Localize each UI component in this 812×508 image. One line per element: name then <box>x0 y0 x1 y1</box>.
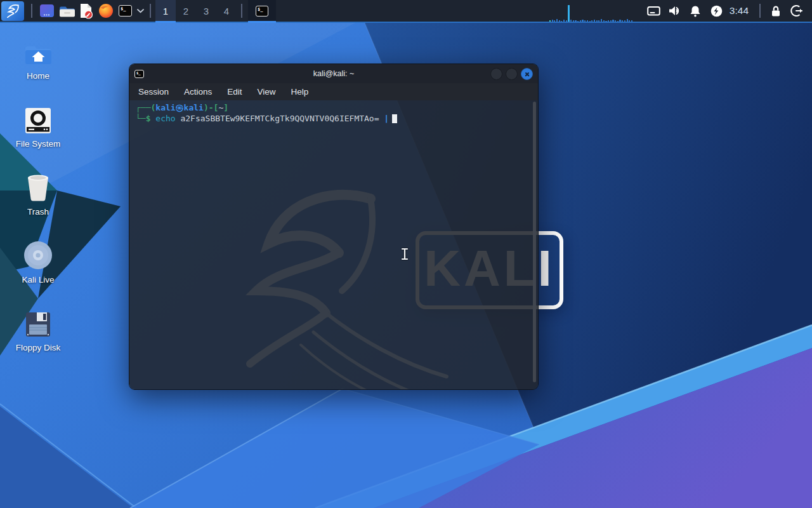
volume-icon <box>668 5 681 17</box>
workspace-4[interactable]: 4 <box>216 0 237 22</box>
trash-bin-icon <box>25 169 51 202</box>
workspace-3[interactable]: 3 <box>196 0 216 22</box>
menu-view[interactable]: View <box>258 87 276 97</box>
terminal-text-cursor <box>392 114 397 123</box>
kali-logo-icon <box>4 3 21 19</box>
minimize-button[interactable] <box>490 68 502 80</box>
launcher-text-editor[interactable] <box>76 1 96 21</box>
maximize-button[interactable] <box>506 68 518 80</box>
top-panel: $_ 1 2 3 4 $_ <box>0 0 812 23</box>
desktop-icon-kali-live[interactable]: Kali Live <box>0 237 76 302</box>
bell-icon <box>690 5 701 17</box>
pipe-character: | <box>384 114 389 123</box>
desktop-icon-file-system[interactable]: File System <box>0 101 76 166</box>
network-graph[interactable] <box>549 0 637 22</box>
desktop-icon-floppy-disk[interactable]: Floppy Disk <box>0 305 76 370</box>
volume-tray-button[interactable] <box>664 0 685 22</box>
terminal-icon: $_ <box>119 5 132 17</box>
desktop-icon-label: Kali Live <box>22 275 54 284</box>
launcher-firefox[interactable] <box>96 1 115 21</box>
home-folder-icon <box>23 33 53 66</box>
logout-icon <box>790 4 803 17</box>
desktop-icon-label: Home <box>27 71 49 81</box>
launcher-dropdown-chevron[interactable] <box>135 9 145 13</box>
terminal-scrollbar[interactable] <box>533 102 536 382</box>
desktop-icon-home[interactable]: Home <box>0 33 76 98</box>
menu-help[interactable]: Help <box>291 87 309 97</box>
desktop-icon-label: Floppy Disk <box>16 343 61 352</box>
command-argument: a2FsaSBBTEw9KEFMTCkgTk9QQVNTV0Q6IEFMTAo= <box>180 114 379 123</box>
file-manager-icon <box>58 3 75 18</box>
launcher-app-grid[interactable] <box>37 1 56 21</box>
prompt-user-host: kali㉿kali <box>155 103 204 112</box>
command-text: echo <box>155 114 175 123</box>
panel-separator <box>759 4 761 18</box>
terminal-icon: $_ <box>256 6 268 17</box>
kali-dragon-watermark <box>212 173 478 390</box>
text-editor-icon <box>79 3 93 19</box>
power-bolt-icon <box>710 5 723 17</box>
workspace-2[interactable]: 2 <box>176 0 196 22</box>
workspace-1[interactable]: 1 <box>155 0 176 22</box>
file-system-drive-icon <box>25 101 51 134</box>
prompt-frame: ┌──( <box>136 103 155 112</box>
terminal-title-bar[interactable]: $_ kali@kali: ~ <box>129 64 538 83</box>
prompt-frame: ] <box>223 103 228 112</box>
terminal-content[interactable]: ┌──(kali㉿kali)-[~] └─$ echo a2FsaSBBTEw9… <box>129 100 538 390</box>
panel-separator <box>241 4 242 18</box>
prompt-dollar: └─$ <box>136 114 150 123</box>
panel-separator <box>31 4 32 18</box>
kali-desktop: KALI Home File System <box>0 0 812 508</box>
lock-icon <box>770 5 782 17</box>
logout-button[interactable] <box>786 0 807 22</box>
chevron-down-icon <box>137 9 144 13</box>
taskbar-terminal-button[interactable]: $_ <box>248 0 276 22</box>
keyboard-icon <box>647 5 660 17</box>
keyboard-tray-button[interactable] <box>643 0 664 22</box>
launcher-terminal[interactable]: $_ <box>115 1 135 21</box>
firefox-icon <box>98 3 114 18</box>
prompt-line-1: ┌──(kali㉿kali)-[~] <box>136 102 532 113</box>
menu-session[interactable]: Session <box>138 87 169 97</box>
lock-screen-button[interactable] <box>765 0 786 22</box>
desktop-icon-label: Trash <box>27 207 49 217</box>
applications-menu-button[interactable] <box>1 1 24 21</box>
prompt-frame: )-[ <box>204 103 218 112</box>
launcher-file-manager[interactable] <box>56 1 76 21</box>
menu-edit[interactable]: Edit <box>227 87 242 97</box>
power-manager-tray-button[interactable] <box>706 0 727 22</box>
menu-actions[interactable]: Actions <box>184 87 212 97</box>
prompt-line-2: └─$ echo a2FsaSBBTEw9KEFMTCkgTk9QQVNTV0Q… <box>136 113 532 124</box>
terminal-window: $_ kali@kali: ~ Session Actions Edit Vie… <box>129 64 539 390</box>
terminal-menu-bar: Session Actions Edit View Help <box>129 83 538 100</box>
panel-clock[interactable]: 3:44 <box>727 5 755 17</box>
desktop-icon-trash[interactable]: Trash <box>0 169 76 234</box>
window-title: kali@kali: ~ <box>129 69 538 78</box>
notifications-tray-button[interactable] <box>685 0 706 22</box>
floppy-disk-icon <box>25 305 51 338</box>
close-button[interactable] <box>521 68 533 80</box>
panel-separator <box>150 4 151 18</box>
app-grid-icon <box>39 3 55 18</box>
cd-disc-icon <box>23 237 53 270</box>
desktop-icon-label: File System <box>16 139 61 149</box>
